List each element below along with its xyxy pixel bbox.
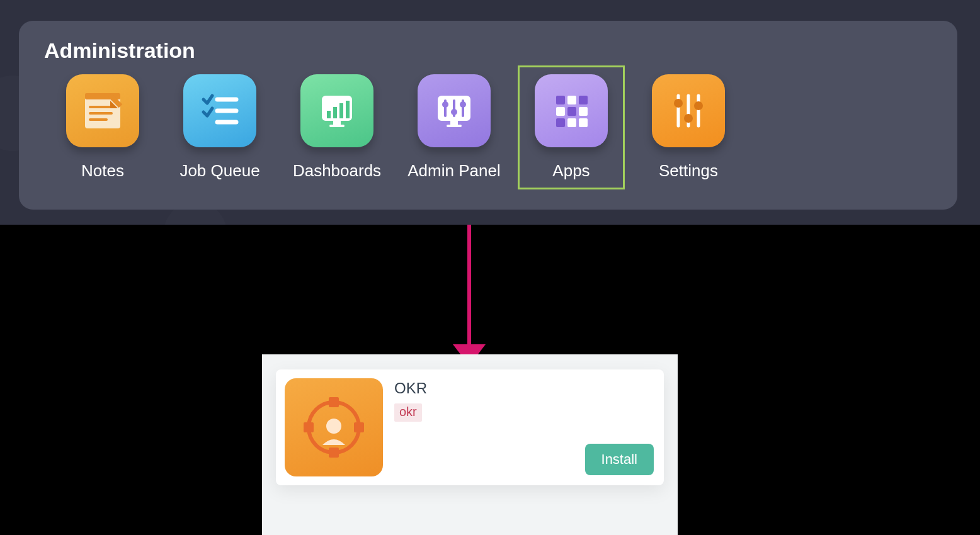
checklist-icon (183, 74, 256, 147)
svg-rect-28 (579, 96, 588, 104)
svg-point-42 (326, 419, 341, 434)
svg-point-21 (451, 109, 457, 115)
administration-panel: Administration Notes (19, 21, 957, 210)
svg-rect-44 (329, 448, 339, 458)
okr-icon (285, 378, 383, 476)
admin-tile-apps[interactable]: Apps (513, 72, 630, 181)
admin-tile-label: Notes (81, 161, 124, 181)
admin-tile-settings[interactable]: Settings (630, 72, 747, 181)
admin-tile-label: Dashboards (293, 161, 381, 181)
admin-tile-label: Settings (659, 161, 718, 181)
apps-panel: OKR okr Install (262, 354, 678, 535)
sliders-icon (652, 74, 725, 147)
svg-rect-13 (339, 103, 343, 118)
svg-rect-16 (329, 125, 345, 127)
app-card-okr[interactable]: OKR okr Install (276, 369, 664, 485)
admin-tile-admin-panel[interactable]: Admin Panel (396, 72, 513, 181)
svg-rect-34 (579, 118, 588, 127)
admin-tile-row: Notes Job Queue (44, 72, 932, 181)
svg-rect-12 (333, 107, 337, 118)
install-button[interactable]: Install (585, 444, 654, 475)
svg-point-19 (442, 101, 448, 108)
svg-rect-26 (556, 96, 565, 104)
svg-rect-25 (447, 125, 462, 127)
svg-rect-32 (556, 118, 565, 127)
svg-rect-29 (556, 107, 565, 116)
svg-rect-46 (354, 422, 364, 432)
svg-point-23 (460, 101, 466, 108)
admin-tile-notes[interactable]: Notes (44, 72, 161, 181)
arrow-connector (467, 225, 471, 351)
admin-tile-label: Job Queue (179, 161, 259, 181)
administration-title: Administration (44, 38, 932, 63)
top-region: Administration Notes (0, 0, 980, 225)
svg-point-40 (694, 101, 703, 110)
admin-tile-label: Apps (552, 161, 590, 181)
svg-rect-11 (327, 111, 331, 118)
app-tag: okr (394, 403, 422, 422)
admin-tile-job-queue[interactable]: Job Queue (161, 72, 278, 181)
svg-rect-45 (304, 422, 314, 432)
app-title: OKR (394, 380, 654, 397)
svg-point-36 (674, 99, 683, 108)
chart-icon (300, 74, 373, 147)
svg-rect-43 (329, 397, 339, 407)
grid-icon (535, 74, 608, 147)
admin-tile-dashboards[interactable]: Dashboards (278, 72, 396, 181)
notes-icon (66, 74, 139, 147)
svg-rect-30 (567, 107, 576, 116)
svg-rect-31 (579, 107, 588, 116)
svg-point-38 (684, 114, 693, 123)
svg-rect-33 (567, 118, 576, 127)
svg-rect-14 (346, 101, 350, 118)
svg-rect-27 (567, 96, 576, 104)
sliders-panel-icon (418, 74, 491, 147)
admin-tile-label: Admin Panel (407, 161, 500, 181)
